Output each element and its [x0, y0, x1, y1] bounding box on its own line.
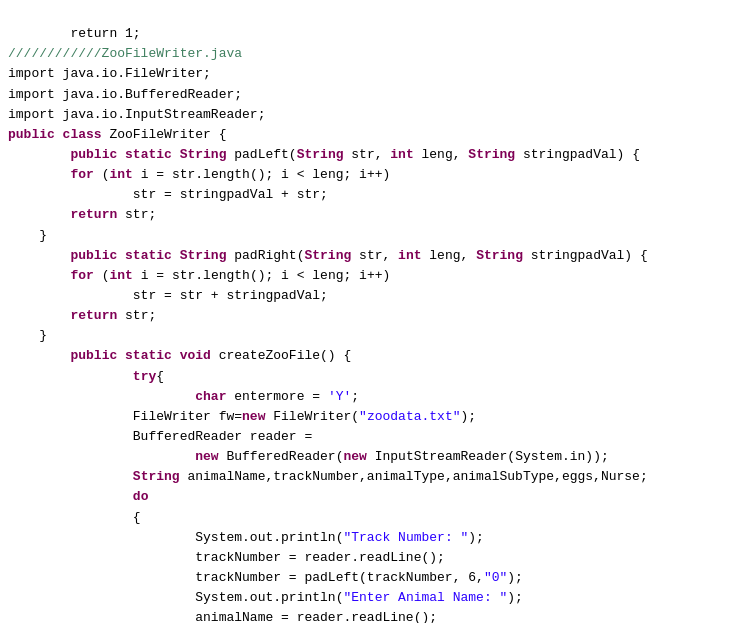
token: static: [125, 348, 180, 363]
token: [8, 489, 133, 504]
code-line-14: for (int i = str.length(); i < leng; i++…: [8, 266, 721, 286]
token: BufferedReader reader =: [8, 429, 312, 444]
token: for: [70, 167, 101, 182]
token: "0": [484, 570, 507, 585]
token: char: [195, 389, 234, 404]
token: String: [297, 147, 352, 162]
code-line-19: public static void createZooFile() {: [8, 346, 721, 366]
token: str = str + stringpadVal;: [8, 288, 328, 303]
token: int: [109, 167, 140, 182]
token: ;: [351, 389, 359, 404]
code-line-23: BufferedReader reader =: [8, 427, 721, 447]
token: }: [8, 228, 47, 243]
token: return: [70, 207, 125, 222]
code-line-26: do: [8, 487, 721, 507]
token: padLeft(: [234, 147, 296, 162]
token: entermore =: [234, 389, 328, 404]
token: java.io.InputStreamReader;: [63, 107, 266, 122]
token: for: [70, 268, 101, 283]
token: str,: [359, 248, 398, 263]
token: void: [180, 348, 219, 363]
code-line-17: }: [8, 326, 721, 346]
token: [8, 348, 70, 363]
code-line-28: System.out.println("Track Number: ");: [8, 528, 721, 548]
token: leng,: [422, 147, 469, 162]
token: stringpadVal) {: [531, 248, 648, 263]
token: System.out.println(: [8, 530, 343, 545]
token: new: [195, 449, 226, 464]
token: import: [8, 66, 63, 81]
token: FileWriter fw=: [8, 409, 242, 424]
token: return: [70, 308, 125, 323]
code-line-21: char entermore = 'Y';: [8, 387, 721, 407]
token: return 1;: [8, 26, 141, 41]
token: padRight(: [234, 248, 304, 263]
code-line-22: FileWriter fw=new FileWriter("zoodata.tx…: [8, 407, 721, 427]
code-line-27: {: [8, 508, 721, 528]
token: [8, 207, 70, 222]
token: trackNumber = padLeft(trackNumber, 6,: [8, 570, 484, 585]
token: [8, 248, 70, 263]
token: [8, 308, 70, 323]
token: i = str.length(); i < leng; i++): [141, 167, 391, 182]
code-line-3: import java.io.FileWriter;: [8, 64, 721, 84]
token: String: [180, 147, 235, 162]
token: InputStreamReader(System.in));: [375, 449, 609, 464]
token: [8, 469, 133, 484]
token: ////////////ZooFileWriter.java: [8, 46, 242, 61]
token: public: [8, 127, 63, 142]
token: class: [63, 127, 110, 142]
code-line-7: public static String padLeft(String str,…: [8, 145, 721, 165]
token: static: [125, 147, 180, 162]
token: "Track Number: ": [343, 530, 468, 545]
token: [8, 268, 70, 283]
code-line-9: str = stringpadVal + str;: [8, 185, 721, 205]
token: String: [476, 248, 531, 263]
token: [8, 147, 70, 162]
token: public: [70, 147, 125, 162]
token: [8, 167, 70, 182]
token: java.io.FileWriter;: [63, 66, 211, 81]
token: str = stringpadVal + str;: [8, 187, 328, 202]
token: 'Y': [328, 389, 351, 404]
code-line-13: public static String padRight(String str…: [8, 246, 721, 266]
token: BufferedReader(: [226, 449, 343, 464]
code-editor: return 1;////////////ZooFileWriter.javai…: [0, 0, 729, 623]
code-line-5: import java.io.InputStreamReader;: [8, 105, 721, 125]
token: new: [343, 449, 374, 464]
token: [8, 369, 133, 384]
token: public: [70, 348, 125, 363]
code-line-24: new BufferedReader(new InputStreamReader…: [8, 447, 721, 467]
token: String: [180, 248, 235, 263]
token: static: [125, 248, 180, 263]
code-line-30: trackNumber = padLeft(trackNumber, 6,"0"…: [8, 568, 721, 588]
token: String: [304, 248, 359, 263]
token: String: [468, 147, 523, 162]
token: }: [8, 328, 47, 343]
token: new: [242, 409, 273, 424]
token: "Enter Animal Name: ": [343, 590, 507, 605]
token: str;: [125, 308, 156, 323]
token: public: [70, 248, 125, 263]
code-line-1: return 1;: [8, 24, 721, 44]
token: System.out.println(: [8, 590, 343, 605]
token: ZooFileWriter {: [109, 127, 226, 142]
token: String: [133, 469, 188, 484]
token: try: [133, 369, 156, 384]
token: createZooFile() {: [219, 348, 352, 363]
token: {: [156, 369, 164, 384]
code-line-4: import java.io.BufferedReader;: [8, 85, 721, 105]
code-line-16: return str;: [8, 306, 721, 326]
code-line-15: str = str + stringpadVal;: [8, 286, 721, 306]
token: java.io.BufferedReader;: [63, 87, 242, 102]
token: do: [133, 489, 149, 504]
token: );: [461, 409, 477, 424]
code-line-10: return str;: [8, 205, 721, 225]
token: );: [468, 530, 484, 545]
token: str,: [351, 147, 390, 162]
token: {: [8, 510, 141, 525]
token: animalName,trackNumber,animalType,animal…: [187, 469, 647, 484]
code-line-29: trackNumber = reader.readLine();: [8, 548, 721, 568]
code-line-25: String animalName,trackNumber,animalType…: [8, 467, 721, 487]
token: [8, 449, 195, 464]
